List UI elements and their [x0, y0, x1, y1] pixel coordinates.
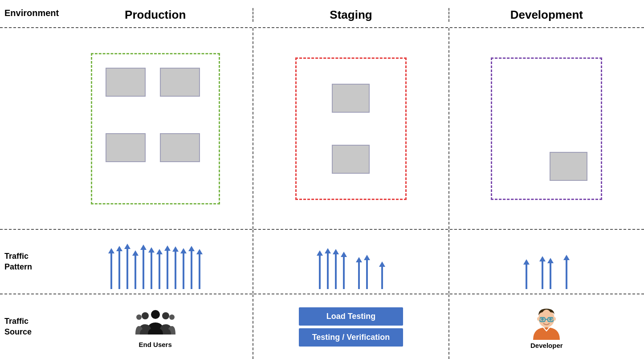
- arrow-head: [188, 246, 195, 251]
- end-users-label: End Users: [139, 341, 172, 348]
- server-block-dev-1: [550, 152, 587, 181]
- arrow-head: [341, 252, 347, 257]
- arrow-head: [132, 250, 139, 256]
- production-traffic: [58, 230, 253, 294]
- svg-point-1: [142, 312, 149, 319]
- traffic-pattern-label: Traffic Pattern: [0, 230, 58, 294]
- arrow-head: [563, 255, 570, 260]
- arrow-shaft: [167, 251, 168, 289]
- server-block-prod-3: [106, 133, 146, 162]
- arrow-up: [539, 256, 546, 289]
- arrow-shaft: [566, 260, 567, 289]
- arrow-shaft: [151, 253, 152, 289]
- developer-icon: Developer: [526, 304, 567, 349]
- production-col: [58, 28, 253, 229]
- developer-label: Developer: [530, 342, 563, 349]
- server-block-prod-4: [160, 133, 200, 162]
- main-container: Environment Production Staging Developme…: [0, 0, 644, 359]
- development-header: Development: [449, 8, 644, 22]
- arrow-up: [333, 249, 339, 289]
- arrow-head: [333, 249, 339, 254]
- arrow-up: [547, 258, 554, 289]
- svg-point-0: [151, 310, 160, 319]
- development-box: [491, 57, 602, 200]
- arrow-up: [180, 248, 187, 289]
- arrow-shaft: [110, 253, 112, 289]
- traffic-pattern-row: Traffic Pattern: [0, 230, 644, 294]
- end-users-svg: [135, 306, 175, 339]
- arrow-up: [172, 246, 179, 289]
- svg-point-12: [553, 317, 556, 321]
- staging-box: [295, 57, 407, 200]
- svg-point-3: [136, 314, 142, 320]
- server-block-staging-2: [332, 145, 370, 174]
- arrow-up: [379, 261, 385, 289]
- arrow-head: [124, 244, 130, 249]
- testing-verification-button[interactable]: Testing / Verification: [299, 328, 404, 347]
- arrow-shaft: [366, 260, 368, 289]
- header-row: Environment Production Staging Developme…: [0, 0, 644, 28]
- environment-label: Environment: [0, 8, 58, 22]
- load-test-buttons: Load Testing Testing / Verification: [299, 307, 404, 347]
- arrow-head: [148, 247, 155, 253]
- environment-row: [0, 28, 644, 230]
- arrow-shaft: [183, 253, 184, 289]
- load-testing-button[interactable]: Load Testing: [299, 307, 404, 326]
- staging-header: Staging: [253, 8, 449, 22]
- staging-source: Load Testing Testing / Verification: [253, 294, 449, 359]
- staging-traffic: [253, 230, 449, 294]
- arrow-up: [364, 255, 370, 289]
- svg-point-10: [549, 318, 552, 321]
- arrow-up: [116, 246, 122, 289]
- arrow-up: [317, 250, 323, 289]
- development-col: [449, 28, 644, 229]
- svg-point-11: [537, 317, 540, 321]
- arrow-shaft: [550, 263, 551, 289]
- arrow-up: [563, 255, 570, 289]
- svg-point-9: [541, 318, 544, 321]
- arrow-shaft: [175, 252, 176, 289]
- arrow-head: [325, 248, 331, 253]
- traffic-source-label: Traffic Source: [0, 294, 58, 359]
- production-arrows: [108, 244, 203, 289]
- arrow-shaft: [358, 262, 360, 289]
- arrow-up: [325, 248, 331, 289]
- arrow-head: [164, 245, 171, 251]
- arrow-up: [140, 245, 147, 289]
- arrow-head: [156, 249, 163, 254]
- production-header: Production: [58, 8, 253, 22]
- development-traffic: [449, 230, 644, 294]
- arrow-shaft: [135, 256, 136, 289]
- arrow-up: [148, 247, 155, 289]
- arrow-up: [188, 246, 195, 289]
- arrow-head: [364, 255, 370, 260]
- arrow-head: [523, 259, 530, 265]
- arrow-shaft: [343, 257, 345, 289]
- arrow-up: [341, 252, 347, 289]
- arrow-head: [379, 261, 385, 267]
- arrow-shaft: [191, 251, 192, 289]
- arrow-head: [180, 248, 187, 253]
- end-users-icon: End Users: [135, 306, 175, 348]
- developer-svg: [526, 304, 567, 340]
- server-block-prod-2: [160, 68, 200, 97]
- svg-point-2: [162, 312, 169, 319]
- arrow-up: [164, 245, 171, 289]
- production-source: End Users: [58, 294, 253, 359]
- arrow-shaft: [526, 265, 527, 289]
- traffic-source-row: Traffic Source: [0, 294, 644, 359]
- arrow-shaft: [126, 249, 128, 289]
- arrow-head: [317, 250, 323, 256]
- arrow-up: [132, 250, 139, 289]
- development-arrows: [523, 255, 570, 289]
- arrow-up: [196, 249, 203, 289]
- server-block-prod-1: [106, 68, 146, 97]
- server-block-staging-1: [332, 84, 370, 113]
- arrow-shaft: [542, 261, 543, 289]
- arrow-shaft: [159, 254, 160, 289]
- development-source: Developer: [449, 294, 644, 359]
- arrow-up: [124, 244, 130, 289]
- arrow-head: [116, 246, 122, 251]
- arrow-shaft: [335, 254, 337, 289]
- arrow-head: [140, 245, 147, 250]
